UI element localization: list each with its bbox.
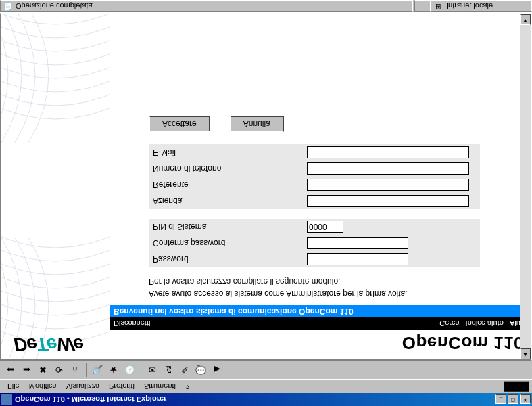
accept-button[interactable]: Accettare bbox=[149, 116, 210, 132]
pin-label: PIN di Sistema bbox=[149, 219, 306, 235]
row-pin: PIN di Sistema bbox=[149, 219, 480, 235]
intro-line1: Avete avuto accesso al sistema come Ammi… bbox=[149, 289, 520, 298]
status-bar: 📄 Operazione completata 🖥 Intranet local… bbox=[0, 0, 532, 13]
windows-logo-icon bbox=[504, 382, 529, 392]
help-index-link[interactable]: Indice aiuto bbox=[466, 319, 504, 328]
row-email: E-Mail bbox=[149, 144, 480, 160]
welcome-banner: Benvenuti nel vostro sistema di comunica… bbox=[110, 305, 531, 317]
sidebar-decorative: DeTeWe bbox=[1, 14, 110, 359]
status-pane-zone: 🖥 Intranet locale bbox=[431, 1, 532, 12]
zone-icon: 🖥 bbox=[434, 1, 443, 11]
vertical-scrollbar[interactable]: ▲ ▼ bbox=[520, 14, 531, 359]
search-button[interactable]: 🔍 bbox=[90, 363, 105, 378]
mail-button[interactable]: ✉ bbox=[145, 363, 160, 378]
contact-label: Referente bbox=[149, 177, 306, 193]
row-password: Password bbox=[149, 251, 480, 267]
zone-text: Intranet locale bbox=[446, 2, 493, 10]
separator bbox=[141, 363, 141, 377]
form-area: Avete avuto accesso al sistema come Ammi… bbox=[110, 109, 531, 305]
edit-button[interactable]: ✎ bbox=[177, 363, 192, 378]
email-input[interactable] bbox=[307, 146, 469, 158]
realplayer-button[interactable]: ▶ bbox=[210, 363, 224, 378]
email-label: E-Mail bbox=[149, 144, 306, 160]
minimize-button[interactable]: _ bbox=[495, 395, 506, 405]
row-contact: Referente bbox=[149, 177, 480, 193]
form-table: Password Conferma password PIN di Sistem… bbox=[149, 144, 480, 267]
stop-button[interactable]: ✖ bbox=[35, 363, 50, 378]
menu-favorites[interactable]: Preferiti bbox=[104, 382, 139, 392]
history-button[interactable]: 🕓 bbox=[122, 363, 137, 378]
print-button[interactable]: 🖨 bbox=[161, 363, 176, 378]
search-link[interactable]: Cerca bbox=[439, 319, 459, 328]
maximize-button[interactable]: □ bbox=[508, 395, 518, 405]
refresh-button[interactable]: ⟳ bbox=[51, 363, 66, 378]
company-input[interactable] bbox=[307, 195, 469, 207]
password-input[interactable] bbox=[307, 253, 408, 265]
phone-input[interactable] bbox=[307, 162, 469, 175]
detewe-logo: DeTeWe bbox=[14, 334, 83, 355]
contact-input[interactable] bbox=[307, 179, 469, 191]
row-confirm: Conferma password bbox=[149, 235, 480, 251]
menu-file[interactable]: File bbox=[3, 382, 24, 392]
row-company: Azienda bbox=[149, 193, 480, 209]
menu-tools[interactable]: Strumenti bbox=[139, 382, 180, 392]
separator bbox=[86, 363, 87, 377]
favorites-button[interactable]: ★ bbox=[106, 363, 121, 378]
menu-bar: File Modifica Visualizza Preferiti Strum… bbox=[0, 380, 532, 393]
app-icon bbox=[1, 394, 12, 405]
disconnect-link[interactable]: Disconnetti bbox=[114, 319, 150, 328]
company-label: Azienda bbox=[149, 193, 306, 209]
forward-button[interactable]: ➡ bbox=[19, 363, 34, 378]
status-pane-mid bbox=[414, 1, 431, 12]
home-button[interactable]: ⌂ bbox=[68, 363, 82, 378]
back-button[interactable]: ⬅ bbox=[3, 363, 18, 378]
content-area: DeTeWe OpenCom 110 Disconnetti Cerca Ind… bbox=[0, 13, 532, 361]
menu-help[interactable]: ? bbox=[180, 382, 194, 392]
menu-edit[interactable]: Modifica bbox=[24, 382, 62, 392]
close-button[interactable]: × bbox=[520, 395, 531, 405]
product-name: OpenCom 110 bbox=[402, 333, 524, 354]
button-row: Accettare Annulla bbox=[149, 116, 520, 132]
menu-view[interactable]: Visualizza bbox=[62, 382, 104, 392]
cancel-button[interactable]: Annulla bbox=[230, 116, 284, 132]
brand-row: OpenCom 110 bbox=[110, 330, 531, 359]
confirm-label: Conferma password bbox=[149, 235, 306, 251]
window-title: OpenCom 110 - Microsoft Internet Explore… bbox=[15, 396, 494, 404]
toolbar: ⬅ ➡ ✖ ⟳ ⌂ 🔍 ★ 🕓 ✉ 🖨 ✎ 💬 ▶ bbox=[0, 361, 532, 380]
confirm-password-input[interactable] bbox=[307, 237, 408, 249]
discuss-button[interactable]: 💬 bbox=[193, 363, 208, 378]
status-text: Operazione completata bbox=[16, 2, 93, 10]
done-icon: 📄 bbox=[3, 1, 13, 11]
background-pattern bbox=[1, 14, 110, 359]
row-phone: Numero di telefono bbox=[149, 160, 480, 177]
phone-label: Numero di telefono bbox=[149, 160, 306, 177]
window-titlebar: OpenCom 110 - Microsoft Internet Explore… bbox=[0, 393, 532, 406]
main-pane: OpenCom 110 Disconnetti Cerca Indice aiu… bbox=[110, 14, 531, 359]
nav-bar: Disconnetti Cerca Indice aiuto Aiuto bbox=[110, 317, 531, 330]
scroll-up-button[interactable]: ▲ bbox=[520, 348, 531, 359]
scroll-down-button[interactable]: ▼ bbox=[520, 14, 531, 25]
status-pane-main: 📄 Operazione completata bbox=[0, 1, 413, 12]
system-pin-input[interactable] bbox=[307, 221, 343, 233]
intro-line2: Per la vostra sicurezza compilate il seg… bbox=[149, 277, 520, 286]
password-label: Password bbox=[149, 251, 306, 267]
